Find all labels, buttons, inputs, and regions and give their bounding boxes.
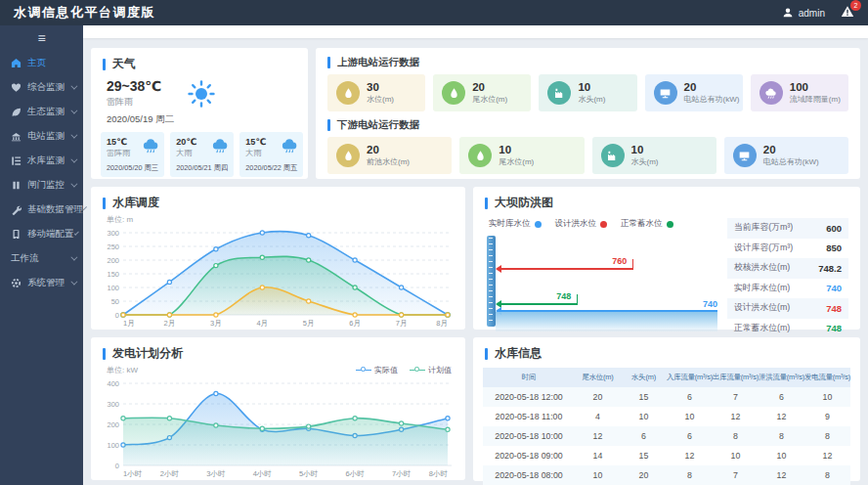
rain-cloud-icon (142, 137, 158, 154)
sidebar-item-label: 综合监测 (27, 81, 65, 94)
svg-text:4小时: 4小时 (253, 469, 273, 478)
dam-legend-item[interactable]: 实时库水位 (489, 218, 542, 230)
forecast-date: 2020/05/22 周五 (245, 163, 297, 173)
forecast-temp: 20℃ (176, 137, 196, 147)
dam-legend-item[interactable]: 设计洪水位 (555, 218, 608, 230)
info-value: 600 (826, 223, 842, 234)
upstream-cards: 30 水位(m) 20 尾水位(m) 10 水头(m) 20 电站总有功(kW)… (316, 69, 860, 111)
stat-label: 流域降雨量(m) (790, 94, 841, 105)
legend-dot-icon (667, 221, 673, 228)
factory-icon (547, 81, 571, 105)
info-value: 748 (826, 303, 842, 314)
svg-text:0: 0 (115, 311, 119, 320)
normal-level-value: 748 (556, 291, 571, 301)
sidebar-item-base-data-mgmt[interactable]: 基础数据管理 (0, 198, 83, 222)
svg-text:1月: 1月 (123, 319, 135, 328)
stat-label: 尾水位(m) (472, 94, 507, 105)
svg-text:5月: 5月 (303, 319, 315, 328)
dam-flood-panel: 大坝防洪图 实时库水位 设计洪水位 正常蓄水位 760 748 (473, 187, 860, 330)
sidebar-item-eco-monitor[interactable]: 生态监测 (0, 100, 83, 124)
table-row: 2020-05-18 09:00141512101012 (483, 446, 850, 465)
forecast-date: 2020/05/21 周四 (176, 163, 228, 173)
stat-value: 20 (684, 81, 740, 94)
sidebar-item-gate-monitor[interactable]: 闸门监控 (0, 173, 83, 198)
table-header-row: 时间尾水位(m)水头(m)入库流量(m³/s)出库流量(m³/s)泄洪流量(m³… (483, 368, 850, 387)
chevron-down-icon (70, 181, 77, 188)
sidebar-item-workflow[interactable]: 工作流 (0, 246, 83, 271)
legend-label: 实时库水位 (489, 218, 531, 230)
power-plan-panel: 发电计划分析 单位: kW 实际值 计划值 01002003004001小时2小… (91, 337, 465, 480)
table-cell: 6 (621, 431, 667, 441)
sidebar-item-comprehensive-monitor[interactable]: 综合监测 (0, 75, 83, 100)
stat-label: 水位(m) (367, 94, 394, 105)
chart-legend-item[interactable]: 实际值 (356, 365, 398, 375)
sidebar-item-home[interactable]: 主页 (0, 51, 83, 75)
dam-info-row: 正常蓄水位(m) 748 (727, 319, 848, 339)
stat-value: 20 (763, 144, 819, 156)
rain-cloud-icon (281, 137, 297, 154)
forecast-card: 20℃ 大雨 2020/05/21 周四 (170, 132, 234, 177)
svg-text:2小时: 2小时 (160, 469, 180, 478)
dam-info-list: 当前库容(万m³) 600设计库容(万m³) 850校核洪水位(m) 748.2… (727, 218, 848, 338)
table-cell: 14 (575, 451, 621, 461)
accent-bar (103, 198, 106, 209)
sun-icon (187, 79, 216, 109)
sidebar-item-mobile-config[interactable]: 移动端配置 (0, 222, 83, 246)
reservoir-dispatch-title: 水库调度 (112, 195, 159, 211)
accent-bar (103, 59, 106, 70)
base-data-mgmt-icon (11, 204, 22, 215)
legend-label: 设计洪水位 (555, 218, 597, 230)
info-label: 实时库水位(m) (734, 283, 790, 294)
svg-text:300: 300 (107, 229, 119, 238)
sidebar-item-label: 闸门监控 (27, 179, 65, 192)
chevron-down-icon (73, 231, 78, 236)
user-menu[interactable]: admin (782, 7, 825, 19)
table-cell: 8 (667, 470, 713, 480)
downstream-cards: 20 前池水位(m) 10 尾水位(m) 10 水头(m) 20 电站总有功(k… (316, 132, 860, 174)
table-cell: 10 (575, 470, 621, 480)
stat-value: 10 (631, 144, 659, 156)
info-label: 设计洪水位(m) (734, 302, 790, 314)
svg-text:200: 200 (107, 256, 119, 265)
table-cell: 2020-05-18 11:00 (483, 412, 575, 421)
svg-text:1小时: 1小时 (123, 469, 143, 478)
table-header-cell: 水头(m) (621, 373, 667, 382)
sidebar-collapse-button[interactable]: ≡ (0, 25, 83, 51)
table-cell: 6 (667, 392, 713, 402)
forecast-condition: 大雨 (176, 148, 196, 158)
app-title: 水调信息化平台调度版 (0, 4, 155, 22)
chart-legend-item[interactable]: 计划值 (410, 365, 452, 375)
chevron-down-icon (70, 132, 77, 139)
svg-text:3小时: 3小时 (206, 469, 226, 478)
forecast-cards: 15℃ 雷阵雨 2020/05/20 周三 20℃ 大雨 2020/05/21 … (91, 126, 308, 177)
table-cell: 6 (667, 431, 713, 441)
table-row: 2020-05-18 12:00201567610 (483, 387, 850, 407)
forecast-temp: 15℃ (107, 137, 130, 147)
legend-label: 计划值 (428, 365, 452, 375)
dam-flood-title: 大坝防洪图 (495, 195, 553, 211)
monitor-icon (654, 81, 677, 105)
factory-icon (601, 144, 625, 167)
sidebar-item-reservoir-monitor[interactable]: 水库监测 (0, 149, 83, 173)
reservoir-monitor-icon (11, 155, 22, 166)
stat-label: 电站总有功(kW) (684, 94, 740, 105)
alarm-button[interactable]: 2 (841, 4, 854, 22)
table-cell: 6 (759, 392, 804, 402)
dam-legend-item[interactable]: 正常蓄水位 (621, 218, 673, 230)
legend-marker-icon (410, 367, 425, 374)
table-cell: 8 (804, 431, 850, 441)
sidebar-item-label: 电站监测 (27, 130, 65, 143)
table-header-cell: 尾水位(m) (575, 373, 621, 382)
mobile-config-icon (11, 229, 22, 240)
sidebar-item-station-monitor[interactable]: 电站监测 (0, 124, 83, 149)
forecast-condition: 大雨 (245, 148, 266, 158)
chevron-down-icon (70, 108, 77, 114)
stat-value: 30 (367, 81, 394, 94)
table-cell: 2020-05-18 12:00 (483, 392, 575, 402)
svg-text:250: 250 (107, 242, 119, 251)
sidebar-item-label: 移动端配置 (27, 228, 74, 241)
table-header-cell: 泄洪流量(m³/s) (759, 373, 804, 382)
stat-value: 10 (499, 144, 534, 156)
table-cell: 12 (759, 470, 804, 480)
sidebar-item-system-mgmt[interactable]: 系统管理 (0, 271, 83, 295)
